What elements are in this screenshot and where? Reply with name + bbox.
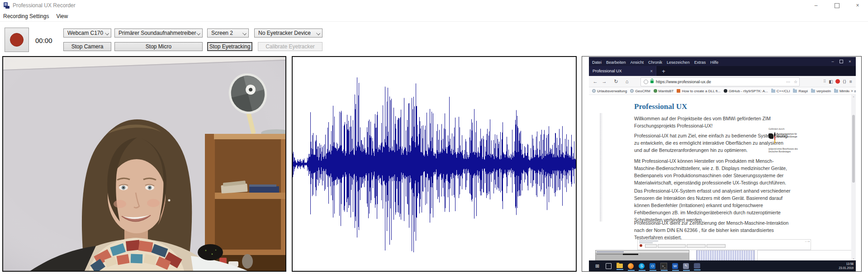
chevron-down-icon xyxy=(105,31,109,35)
browser-menu-item: Ansicht xyxy=(628,60,646,65)
forward-icon: → xyxy=(601,78,608,85)
ux-recorder-window: Professional UX Recorder – × Recording S… xyxy=(0,0,868,274)
bookmark-item[interactable]: C++/CLI xyxy=(771,89,790,93)
dark-object xyxy=(198,244,223,260)
menu-recording-settings[interactable]: Recording Settings xyxy=(0,13,52,19)
close-button[interactable]: × xyxy=(847,0,868,11)
browser-menu-bar: DateiBearbeitenAnsichtChronikLesezeichen… xyxy=(589,57,856,66)
taskbar-app1-icon: ✎ xyxy=(683,263,689,269)
scroll-down-icon[interactable]: ⌄ xyxy=(851,256,856,260)
browser-tab: Professional UX × xyxy=(589,66,656,76)
embedded-right-panel xyxy=(757,250,853,260)
bookmarks-overflow-icon: » xyxy=(849,89,854,93)
window-title: Professional UX Recorder xyxy=(13,2,76,9)
record-button[interactable] xyxy=(5,28,29,52)
stop-micro-button[interactable]: Stop Micro xyxy=(114,42,203,51)
bookmark-label: Urlaubsverwaltung xyxy=(597,89,627,93)
taskbar-folder-icon xyxy=(617,264,623,268)
screen-capture-panel: DateiBearbeitenAnsichtChronikLesezeichen… xyxy=(582,56,862,272)
browser-nav-bar: ← → ↻ ⌂ https://www.professional-ux.de ⋯… xyxy=(589,76,856,87)
address-bar: https://www.professional-ux.de ⋯ ☆ xyxy=(640,77,800,86)
tab-close-icon: × xyxy=(650,69,656,74)
bookmarks-bar: UrlaubsverwaltungGeoCRMMantisBTHow to cr… xyxy=(589,87,856,95)
scrollbar-thumb[interactable] xyxy=(852,115,855,183)
browser-tab-bar: Professional UX × + xyxy=(589,66,856,76)
ministry-name: Bundesministerium für Wirtschaft und Ene… xyxy=(777,133,802,138)
paragraph: Das Professional-UX-System erfasst und a… xyxy=(634,187,793,223)
devtools-icon: ⟨⟩ xyxy=(841,79,848,84)
bookmark-item[interactable]: Urlaubsverwaltung xyxy=(592,89,627,93)
taskbar-app2-icon xyxy=(694,263,700,269)
tab-title: Professional UX xyxy=(589,69,650,73)
lock-icon xyxy=(650,80,654,83)
page-scrollbar[interactable]: ⌃ ⌄ xyxy=(851,95,856,260)
browser-close-icon: × xyxy=(846,59,854,64)
menu-view[interactable]: View xyxy=(52,13,71,19)
taskbar-taskview-icon xyxy=(606,263,612,269)
audio-waveform xyxy=(293,57,576,271)
bug-icon xyxy=(654,89,657,93)
record-icon xyxy=(10,33,24,47)
embedded-recorder-window: – ▫ × xyxy=(637,239,811,250)
bookmark-item[interactable]: GitHub - r9y9/SPTK: A... xyxy=(724,89,768,93)
maximize-button[interactable] xyxy=(826,0,847,11)
library-icon: ⫶⫶ xyxy=(821,79,828,84)
sidebar-icon: ◧ xyxy=(828,79,834,84)
extension-icon xyxy=(835,79,840,84)
paragraph: Professional-UX dient zur Zertifizierung… xyxy=(634,219,797,241)
funding-label: Gefördert durch: xyxy=(768,128,805,130)
app-icon xyxy=(4,2,10,9)
scroll-up-icon[interactable]: ⌃ xyxy=(851,96,856,99)
browser-window-controls: – × xyxy=(829,57,854,66)
screen-select[interactable]: Screen 2 xyxy=(207,28,249,38)
maximize-icon xyxy=(835,3,840,8)
bookmark-label: Raspi xyxy=(798,89,807,93)
paragraph: Willkommen auf der Projektseite des vom … xyxy=(634,115,792,129)
menu-bar: Recording Settings View xyxy=(0,11,868,21)
bookmark-star-icon: ☆ xyxy=(792,80,799,84)
bookmark-item[interactable]: verpixeln xyxy=(811,89,831,93)
browser-menu-item: Bearbeiten xyxy=(604,60,628,65)
reload-icon: ↻ xyxy=(612,78,620,85)
bookmark-label: GeoCRM xyxy=(635,89,650,93)
stop-eyetracking-button[interactable]: Stop Eyetracking xyxy=(207,42,252,51)
site-info-icon xyxy=(644,80,648,84)
taskbar-word-icon: W xyxy=(672,263,678,269)
recording-timer: 00:00 xyxy=(35,37,57,44)
paragraph: Professional-UX hat zum Ziel, eine einfa… xyxy=(634,132,792,154)
captured-screen: DateiBearbeitenAnsichtChronikLesezeichen… xyxy=(589,57,856,271)
webcam-video-frame xyxy=(3,57,285,271)
captured-taskbar: ⊞SO>_W✎ 13:58 23.01.2019 xyxy=(589,260,856,271)
bookmark-item[interactable]: How to create a DLL fi... xyxy=(677,89,721,93)
audio-driver-select-value: Primärer Soundaufnahmetreiber xyxy=(119,30,196,36)
bookmark-item[interactable]: GeoCRM xyxy=(630,89,650,93)
web-page: Professional UX Willkommen auf der Proje… xyxy=(589,95,856,260)
screen-select-value: Screen 2 xyxy=(211,30,233,36)
taskbar-start-icon: ⊞ xyxy=(594,263,601,269)
stop-camera-button[interactable]: Stop Camera xyxy=(63,42,111,51)
minimize-button[interactable]: – xyxy=(806,0,826,11)
funding-note: aufgrund eines Beschlusses des Deutschen… xyxy=(768,148,800,153)
back-icon: ← xyxy=(592,78,599,85)
embedded-screenshot: – ▫ × xyxy=(592,239,852,260)
audio-driver-select[interactable]: Primärer Soundaufnahmetreiber xyxy=(114,28,203,38)
content-shadow xyxy=(600,113,603,222)
globe-icon xyxy=(630,89,634,93)
bookmark-item[interactable]: MantisBT xyxy=(654,89,674,93)
browser-menu-item: Chronik xyxy=(646,60,664,65)
webcam-select[interactable]: Webcam C170 xyxy=(63,28,111,38)
new-tab-icon: + xyxy=(659,66,668,76)
german-flag-bar xyxy=(774,132,775,143)
chevron-down-icon xyxy=(242,31,247,35)
bookmark-item[interactable]: Raspi xyxy=(793,89,807,93)
bookmark-label: How to create a DLL fi... xyxy=(682,89,721,93)
eyetracker-select[interactable]: No Eyetracker Device xyxy=(254,28,323,38)
browser-menu-item: Lesezeichen xyxy=(664,60,692,65)
page-heading: Professional UX xyxy=(634,102,687,111)
globe-icon xyxy=(592,89,596,93)
folder-icon xyxy=(834,90,838,93)
audio-waveform-panel xyxy=(292,56,577,272)
folder-icon xyxy=(771,90,775,93)
taskbar-outlook-icon: O xyxy=(650,263,655,269)
github-icon xyxy=(724,89,727,93)
